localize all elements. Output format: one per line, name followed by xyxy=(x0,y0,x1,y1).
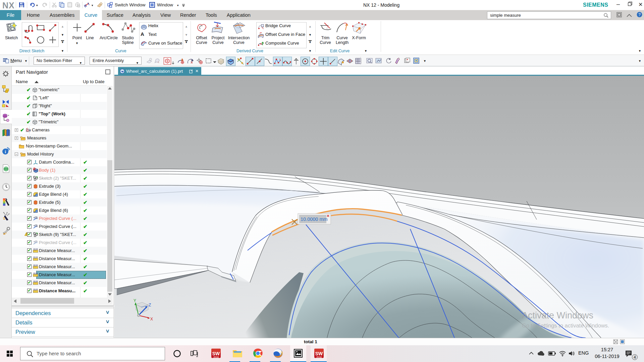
svg-text:SW: SW xyxy=(315,351,323,356)
svg-text:2018: 2018 xyxy=(316,356,322,358)
svg-text:!: ! xyxy=(26,233,27,236)
svg-text:Z: Z xyxy=(149,303,151,307)
svg-text:Y: Y xyxy=(133,298,136,303)
svg-text:Activate Windows: Activate Windows xyxy=(522,310,593,320)
svg-text:2018: 2018 xyxy=(213,356,219,358)
svg-text:i: i xyxy=(5,149,6,154)
svg-text:X: X xyxy=(150,317,153,321)
svg-text:10.0000 mm: 10.0000 mm xyxy=(301,217,328,222)
svg-text:?: ? xyxy=(638,12,641,17)
svg-text:Go to Settings to activate Win: Go to Settings to activate Windows. xyxy=(522,322,609,328)
svg-text:SW: SW xyxy=(212,351,220,356)
